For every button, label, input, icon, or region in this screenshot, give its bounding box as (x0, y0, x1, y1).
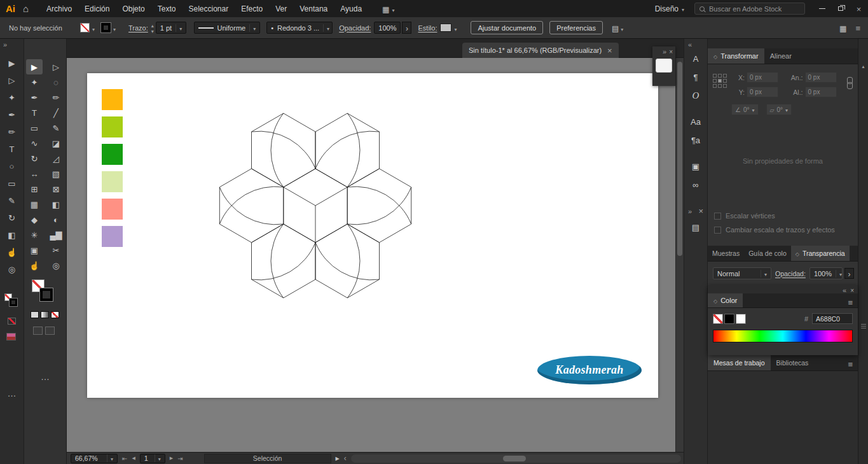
direct-selection-tool[interactable]: ▷ (48, 59, 64, 74)
link-dimensions-icon[interactable] (847, 77, 853, 90)
stroke-weight-stepper[interactable] (151, 22, 154, 33)
type-tool[interactable]: T (26, 105, 43, 120)
curvature-tool[interactable]: ✏ (0, 123, 24, 141)
free-transform-tool[interactable]: ▧ (48, 166, 64, 181)
rectangle-tool[interactable]: ▭ (26, 120, 43, 136)
gradient-tool[interactable]: ◧ (48, 197, 64, 212)
canvas[interactable]: Kadoshmerah (67, 58, 675, 452)
shaper-tool[interactable]: ∿ (26, 136, 43, 151)
transparency-opacity-select[interactable]: 100% (809, 267, 843, 279)
first-artboard-button[interactable] (122, 455, 127, 462)
appearance-panel-icon[interactable]: ▣ (684, 158, 707, 175)
magic-wand-tool[interactable]: ✦ (26, 74, 43, 90)
opacity-label[interactable]: Opacidad: (339, 24, 371, 32)
scale-strokes-checkbox[interactable] (714, 227, 721, 234)
mini-none-button[interactable] (8, 318, 16, 325)
style-label[interactable]: Estilo: (418, 24, 437, 32)
collapse-group-icon[interactable] (688, 205, 692, 216)
kadoshmerah-logo[interactable]: Kadoshmerah (537, 356, 642, 384)
canvas-horizontal-scrollbar[interactable] (351, 454, 681, 463)
ellipse-tool[interactable]: ○ (0, 158, 24, 175)
width-profile-select[interactable]: Uniforme (194, 22, 260, 34)
collapse-panel-icon[interactable] (663, 45, 666, 57)
symbol-sprayer-tool[interactable]: ✳ (26, 227, 43, 243)
column-graph-tool[interactable]: ▄▇ (48, 227, 64, 243)
height-input[interactable]: 0 px (805, 87, 837, 97)
edit-toolbar-icon[interactable] (24, 371, 66, 383)
status-display[interactable]: Selección (204, 454, 331, 463)
y-input[interactable]: 0 px (747, 87, 778, 97)
artboards-panel-menu-icon[interactable] (848, 358, 853, 370)
gradient-button[interactable] (41, 311, 49, 318)
tab-artboards[interactable]: Mesas de trabajo (708, 355, 771, 370)
restore-button[interactable] (831, 0, 850, 17)
links-panel-icon[interactable]: ∞ (684, 176, 707, 193)
curvature-tool[interactable]: ✏ (48, 90, 64, 105)
secondary-fill-stroke[interactable] (4, 293, 20, 309)
tab-libraries[interactable]: Bibliotecas (771, 355, 815, 370)
tab-align[interactable]: Alinear (764, 48, 797, 64)
horizontal-scrollbar-thumb[interactable] (503, 456, 526, 461)
mesh-tool[interactable]: ▦ (26, 197, 43, 212)
arrange-documents-button[interactable] (382, 3, 394, 15)
hand-tool[interactable]: ☝ (0, 244, 24, 261)
menu-item[interactable]: Texto (151, 4, 183, 13)
close-tab-icon[interactable] (607, 45, 612, 56)
artboard[interactable]: Kadoshmerah (87, 73, 658, 398)
character-styles-panel-icon[interactable]: Aa (684, 113, 707, 130)
zoom-tool[interactable]: ◎ (48, 258, 64, 273)
lasso-tool[interactable]: ◌ (48, 74, 64, 90)
previous-artboard-button[interactable] (132, 456, 135, 461)
last-artboard-button[interactable] (177, 455, 183, 462)
tab-transparency[interactable]: Transparencia (791, 246, 850, 261)
width-tool[interactable]: ↔ (26, 166, 43, 181)
menu-item[interactable]: Efecto (235, 4, 269, 13)
scale-strokes-option[interactable]: Cambiar escala de trazos y efectos (714, 226, 835, 234)
line-segment-tool[interactable]: ╱ (48, 105, 64, 120)
menu-item[interactable]: Ayuda (334, 4, 368, 13)
zoom-select[interactable]: 66,67% (71, 454, 118, 463)
direct-selection-tool[interactable]: ▷ (0, 72, 24, 89)
control-panel-menu-button[interactable] (855, 22, 860, 34)
status-menu-button[interactable] (336, 456, 340, 461)
document-tab[interactable]: Sin título-1* al 66,67% (RGB/Previsualiz… (462, 43, 619, 58)
magic-wand-tool[interactable]: ✦ (0, 89, 24, 106)
color-button[interactable] (31, 311, 39, 318)
artboard-swatch[interactable] (102, 171, 123, 192)
layers-panel-icon[interactable]: ▤ (684, 219, 707, 236)
close-panel-icon[interactable] (669, 45, 673, 57)
type-tool[interactable]: T (0, 141, 24, 158)
document-setup-button[interactable] (612, 22, 623, 34)
more-tools-icon[interactable] (0, 388, 24, 399)
tab-transform[interactable]: Transformar (708, 48, 764, 64)
menu-item[interactable]: Objeto (116, 4, 151, 13)
blend-tool[interactable]: ◐ (48, 212, 64, 227)
transparency-options-button[interactable] (844, 268, 854, 279)
paragraph-styles-panel-icon[interactable]: ¶a (684, 132, 707, 149)
draw-normal-button[interactable] (33, 327, 43, 335)
dock-scrollbar[interactable] (858, 39, 868, 464)
fit-document-button[interactable]: Ajustar documento (471, 21, 543, 34)
color-panel-menu-icon[interactable] (848, 297, 853, 308)
home-button[interactable] (23, 3, 29, 15)
mini-stroke-swatch[interactable] (10, 299, 17, 306)
expand-panels-icon[interactable] (688, 38, 692, 50)
black-swatch[interactable] (724, 314, 734, 324)
stroke-color-picker[interactable] (101, 22, 116, 34)
artboard-swatch[interactable] (102, 144, 123, 165)
shear-select[interactable]: 0° (766, 104, 792, 115)
opacity-select[interactable]: 100% (374, 22, 401, 34)
slice-tool[interactable]: ✂ (48, 243, 64, 258)
menu-item[interactable]: Ver (269, 4, 293, 13)
pen-tool[interactable]: ✒ (0, 106, 24, 123)
scale-corners-option[interactable]: Escalar vértices (714, 212, 775, 220)
next-artboard-button[interactable] (170, 456, 173, 461)
minimize-button[interactable] (813, 0, 831, 17)
menu-item[interactable]: Archivo (40, 4, 78, 13)
artboard-swatch[interactable] (102, 199, 123, 220)
paintbrush-tool[interactable]: ✎ (48, 120, 64, 136)
shape-builder-tool[interactable]: ⊞ (26, 181, 43, 197)
stroke-weight-label[interactable]: Trazo: (128, 24, 148, 32)
color-spectrum[interactable] (713, 330, 853, 342)
none-button[interactable] (51, 311, 59, 318)
